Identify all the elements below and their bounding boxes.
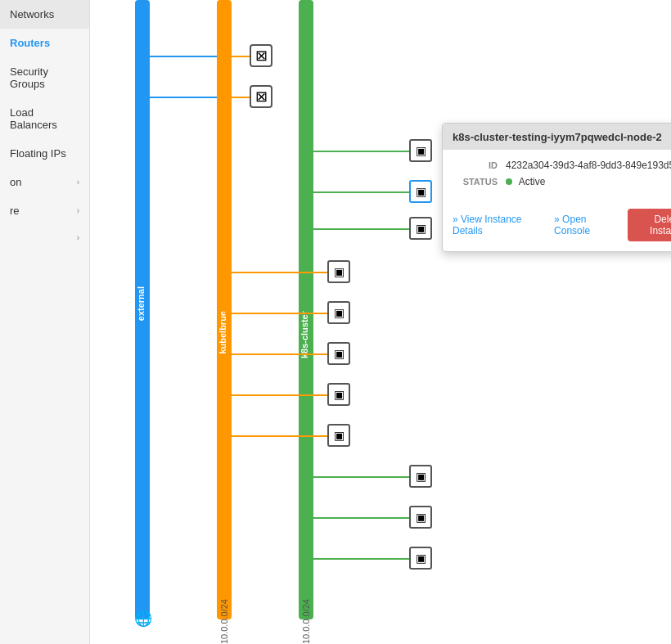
- sidebar-item-networks-label: Networks: [10, 8, 54, 20]
- subnet-label-kubelbrue: 10.0.0.0/24: [219, 599, 229, 644]
- instance-node-5[interactable]: ▣: [327, 301, 350, 324]
- connector-inst6: [225, 354, 330, 355]
- instance-node-1[interactable]: ▣: [409, 139, 432, 162]
- connector-inst5: [225, 313, 330, 314]
- sidebar-item-floating-ips[interactable]: Floating IPs: [0, 139, 89, 168]
- instance-icon-1: ▣: [416, 144, 426, 157]
- instance-node-9[interactable]: ▣: [409, 465, 432, 488]
- instance-icon-8: ▣: [334, 429, 345, 442]
- instance-icon-5: ▣: [334, 306, 345, 319]
- popup-id-row: ID 4232a304-39d3-4af8-9dd3-849e193d5cfc: [453, 160, 671, 171]
- popup-id-label: ID: [453, 160, 498, 170]
- connector-inst9: [307, 476, 413, 478]
- connector-inst1: [307, 151, 413, 152]
- sidebar: Networks Routers Security Groups Load Ba…: [0, 0, 90, 644]
- open-console-link[interactable]: » Open Console: [554, 214, 619, 236]
- sidebar-item-on[interactable]: on ›: [0, 168, 89, 196]
- instance-node-2[interactable]: ▣: [409, 180, 432, 203]
- connector-inst10: [307, 517, 413, 519]
- popup-title: k8s-cluster-testing-iyym7pqwedcl-node-2: [453, 131, 662, 143]
- sidebar-item-routers[interactable]: Routers: [0, 29, 89, 57]
- router-icon-2: ⊠: [255, 88, 268, 106]
- sidebar-item-re[interactable]: re ›: [0, 196, 89, 225]
- view-instance-link[interactable]: » View Instance Details: [453, 214, 546, 236]
- instance-icon-9: ▣: [416, 470, 426, 483]
- sidebar-item-security-groups[interactable]: Security Groups: [0, 57, 89, 98]
- sidebar-item-routers-label: Routers: [10, 37, 50, 49]
- instance-node-4[interactable]: ▣: [327, 260, 350, 283]
- popup-status-text: Active: [519, 176, 546, 187]
- popup-body: ID 4232a304-39d3-4af8-9dd3-849e193d5cfc …: [443, 150, 671, 202]
- popup-status-row: STATUS Active: [453, 176, 671, 187]
- network-bar-kubelbrue: [217, 0, 232, 619]
- instance-icon-4: ▣: [334, 265, 345, 278]
- instance-node-7[interactable]: ▣: [327, 383, 350, 406]
- topology-canvas: external kubelbrue k8s-cluster 10.0.0.0/…: [90, 0, 671, 644]
- connector-inst11: [307, 558, 413, 560]
- connector-inst4: [225, 272, 330, 273]
- chevron-right-icon-3: ›: [77, 233, 79, 242]
- router-icon-1: ⊠: [255, 47, 268, 65]
- subnet-label-k8s-cluster: 10.0.0.0/24: [301, 599, 311, 644]
- popup-status-value: Active: [506, 176, 545, 187]
- network-bar-k8s-cluster: [299, 0, 313, 619]
- popup-status-label: STATUS: [453, 177, 498, 187]
- chevron-right-icon-2: ›: [77, 206, 79, 215]
- sidebar-item-load-balancers[interactable]: Load Balancers: [0, 98, 89, 139]
- instance-icon-6: ▣: [334, 347, 345, 360]
- connector-inst8: [225, 435, 330, 437]
- instance-icon-3: ▣: [416, 222, 426, 235]
- sidebar-item-on-label: on: [10, 176, 21, 188]
- sidebar-item-floating-ips-label: Floating IPs: [10, 147, 66, 160]
- instance-node-8[interactable]: ▣: [327, 424, 350, 447]
- instance-icon-7: ▣: [334, 388, 345, 401]
- connector-inst2: [307, 191, 413, 193]
- sidebar-item-security-groups-label: Security Groups: [10, 65, 79, 90]
- router-node-1[interactable]: ⊠: [250, 44, 272, 67]
- popup-actions: » View Instance Details » Open Console D…: [443, 202, 671, 251]
- popup-id-value: 4232a304-39d3-4af8-9dd3-849e193d5cfc: [506, 160, 671, 171]
- delete-instance-button[interactable]: Delete Instance: [628, 209, 671, 241]
- instance-node-3[interactable]: ▣: [409, 217, 432, 240]
- connector-inst3: [307, 228, 413, 230]
- sidebar-item-extra[interactable]: ›: [0, 225, 89, 250]
- chevron-right-icon: ›: [77, 178, 79, 187]
- instance-popup: k8s-cluster-testing-iyym7pqwedcl-node-2 …: [442, 123, 671, 252]
- instance-node-6[interactable]: ▣: [327, 342, 350, 365]
- sidebar-item-load-balancers-label: Load Balancers: [10, 106, 79, 131]
- instance-node-10[interactable]: ▣: [409, 506, 432, 529]
- status-dot-icon: [506, 178, 512, 185]
- instance-icon-2: ▣: [416, 185, 426, 198]
- topology-main: external kubelbrue k8s-cluster 10.0.0.0/…: [90, 0, 671, 644]
- network-bar-external: [135, 0, 150, 619]
- sidebar-item-re-label: re: [10, 205, 20, 217]
- router-node-2[interactable]: ⊠: [250, 85, 272, 108]
- globe-icon: 🌐: [134, 610, 152, 628]
- instance-icon-11: ▣: [416, 552, 426, 565]
- connector-inst7: [225, 394, 330, 396]
- sidebar-item-networks[interactable]: Networks: [0, 0, 89, 29]
- instance-node-11[interactable]: ▣: [409, 547, 432, 570]
- instance-icon-10: ▣: [416, 511, 426, 524]
- popup-header: k8s-cluster-testing-iyym7pqwedcl-node-2 …: [443, 124, 671, 150]
